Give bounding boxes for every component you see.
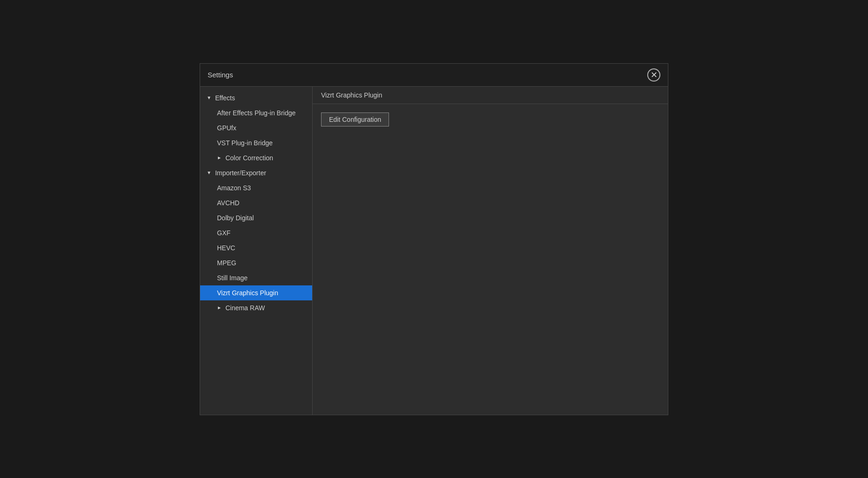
edit-configuration-button[interactable]: Edit Configuration (321, 112, 389, 127)
main-panel: Vizrt Graphics Plugin Edit Configuration (313, 87, 668, 415)
content-area: Effects After Effects Plug-in Bridge GPU… (200, 87, 668, 415)
main-panel-content: Edit Configuration (313, 104, 668, 415)
sidebar: Effects After Effects Plug-in Bridge GPU… (200, 87, 313, 415)
sidebar-item-dolby-digital[interactable]: Dolby Digital (200, 210, 312, 225)
sidebar-item-after-effects[interactable]: After Effects Plug-in Bridge (200, 105, 312, 120)
title-bar: Settings ✕ (200, 64, 668, 87)
panel-title: Vizrt Graphics Plugin (321, 91, 382, 99)
cinema-raw-label: Cinema RAW (225, 304, 265, 312)
sidebar-group-effects[interactable]: Effects (200, 90, 312, 105)
sidebar-item-hevc[interactable]: HEVC (200, 240, 312, 255)
color-correction-label: Color Correction (225, 154, 273, 162)
sidebar-item-gpufx[interactable]: GPUfx (200, 120, 312, 135)
cinema-raw-chevron-icon (217, 305, 222, 310)
sidebar-item-still-image[interactable]: Still Image (200, 270, 312, 285)
color-correction-chevron-icon (217, 155, 222, 160)
window-title: Settings (208, 71, 233, 79)
main-panel-header: Vizrt Graphics Plugin (313, 87, 668, 104)
sidebar-item-mpeg[interactable]: MPEG (200, 255, 312, 270)
importer-exporter-group-label: Importer/Exporter (215, 169, 266, 177)
sidebar-group-color-correction[interactable]: Color Correction (200, 150, 312, 165)
settings-window: Settings ✕ Effects After Effects Plug-in… (200, 63, 668, 415)
sidebar-group-cinema-raw[interactable]: Cinema RAW (200, 300, 312, 315)
sidebar-item-avchd[interactable]: AVCHD (200, 195, 312, 210)
effects-chevron-icon (207, 95, 211, 100)
sidebar-item-vizrt-graphics-plugin[interactable]: Vizrt Graphics Plugin (200, 285, 312, 300)
importer-exporter-chevron-icon (207, 170, 211, 175)
effects-group-label: Effects (215, 94, 235, 102)
sidebar-item-vst-plug-in-bridge[interactable]: VST Plug-in Bridge (200, 135, 312, 150)
sidebar-item-amazon-s3[interactable]: Amazon S3 (200, 180, 312, 195)
close-button[interactable]: ✕ (647, 68, 660, 82)
sidebar-item-gxf[interactable]: GXF (200, 225, 312, 240)
sidebar-group-importer-exporter[interactable]: Importer/Exporter (200, 165, 312, 180)
